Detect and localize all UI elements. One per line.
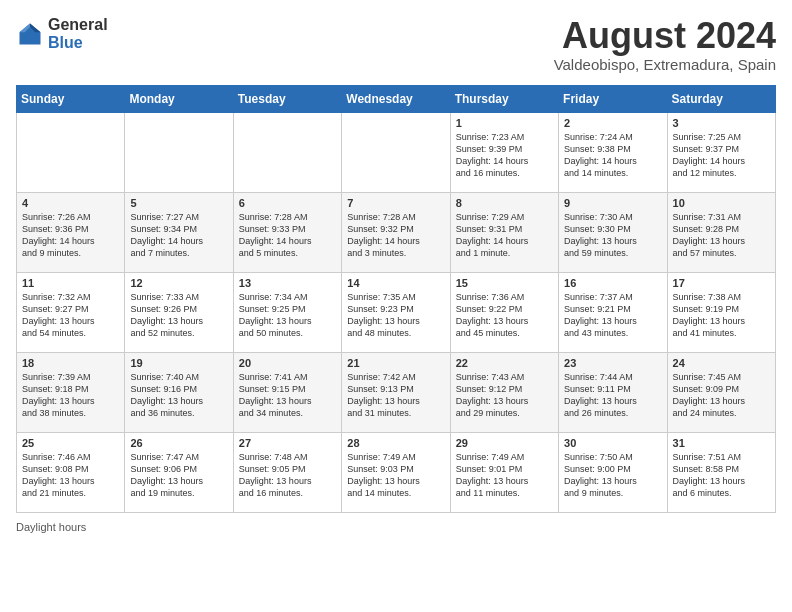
calendar-day-cell: 13Sunrise: 7:34 AM Sunset: 9:25 PM Dayli… — [233, 272, 341, 352]
day-info: Sunrise: 7:27 AM Sunset: 9:34 PM Dayligh… — [130, 211, 227, 260]
calendar-day-cell: 7Sunrise: 7:28 AM Sunset: 9:32 PM Daylig… — [342, 192, 450, 272]
calendar-day-cell: 14Sunrise: 7:35 AM Sunset: 9:23 PM Dayli… — [342, 272, 450, 352]
day-number: 28 — [347, 437, 444, 449]
day-number: 17 — [673, 277, 770, 289]
calendar-day-cell: 8Sunrise: 7:29 AM Sunset: 9:31 PM Daylig… — [450, 192, 558, 272]
calendar-day-cell: 17Sunrise: 7:38 AM Sunset: 9:19 PM Dayli… — [667, 272, 775, 352]
day-number: 3 — [673, 117, 770, 129]
day-info: Sunrise: 7:40 AM Sunset: 9:16 PM Dayligh… — [130, 371, 227, 420]
calendar-day-cell: 27Sunrise: 7:48 AM Sunset: 9:05 PM Dayli… — [233, 432, 341, 512]
day-number: 23 — [564, 357, 661, 369]
calendar-day-cell — [17, 112, 125, 192]
day-number: 19 — [130, 357, 227, 369]
page-header: General Blue August 2024 Valdeobispo, Ex… — [16, 16, 776, 73]
calendar-day-cell: 20Sunrise: 7:41 AM Sunset: 9:15 PM Dayli… — [233, 352, 341, 432]
calendar-day-header: Monday — [125, 85, 233, 112]
day-number: 14 — [347, 277, 444, 289]
calendar-week-row: 25Sunrise: 7:46 AM Sunset: 9:08 PM Dayli… — [17, 432, 776, 512]
day-info: Sunrise: 7:43 AM Sunset: 9:12 PM Dayligh… — [456, 371, 553, 420]
day-number: 2 — [564, 117, 661, 129]
day-info: Sunrise: 7:49 AM Sunset: 9:01 PM Dayligh… — [456, 451, 553, 500]
calendar-day-cell: 24Sunrise: 7:45 AM Sunset: 9:09 PM Dayli… — [667, 352, 775, 432]
day-number: 20 — [239, 357, 336, 369]
day-info: Sunrise: 7:51 AM Sunset: 8:58 PM Dayligh… — [673, 451, 770, 500]
day-number: 9 — [564, 197, 661, 209]
day-number: 13 — [239, 277, 336, 289]
day-info: Sunrise: 7:31 AM Sunset: 9:28 PM Dayligh… — [673, 211, 770, 260]
day-number: 1 — [456, 117, 553, 129]
daylight-label: Daylight hours — [16, 521, 86, 533]
calendar-day-cell: 11Sunrise: 7:32 AM Sunset: 9:27 PM Dayli… — [17, 272, 125, 352]
day-info: Sunrise: 7:50 AM Sunset: 9:00 PM Dayligh… — [564, 451, 661, 500]
day-info: Sunrise: 7:24 AM Sunset: 9:38 PM Dayligh… — [564, 131, 661, 180]
calendar-day-header: Friday — [559, 85, 667, 112]
day-info: Sunrise: 7:23 AM Sunset: 9:39 PM Dayligh… — [456, 131, 553, 180]
day-info: Sunrise: 7:38 AM Sunset: 9:19 PM Dayligh… — [673, 291, 770, 340]
day-info: Sunrise: 7:36 AM Sunset: 9:22 PM Dayligh… — [456, 291, 553, 340]
calendar-week-row: 18Sunrise: 7:39 AM Sunset: 9:18 PM Dayli… — [17, 352, 776, 432]
day-number: 7 — [347, 197, 444, 209]
day-number: 21 — [347, 357, 444, 369]
day-info: Sunrise: 7:30 AM Sunset: 9:30 PM Dayligh… — [564, 211, 661, 260]
calendar-week-row: 1Sunrise: 7:23 AM Sunset: 9:39 PM Daylig… — [17, 112, 776, 192]
calendar-day-cell: 26Sunrise: 7:47 AM Sunset: 9:06 PM Dayli… — [125, 432, 233, 512]
calendar-day-cell: 12Sunrise: 7:33 AM Sunset: 9:26 PM Dayli… — [125, 272, 233, 352]
day-info: Sunrise: 7:32 AM Sunset: 9:27 PM Dayligh… — [22, 291, 119, 340]
calendar-day-cell: 16Sunrise: 7:37 AM Sunset: 9:21 PM Dayli… — [559, 272, 667, 352]
day-info: Sunrise: 7:34 AM Sunset: 9:25 PM Dayligh… — [239, 291, 336, 340]
calendar-day-cell: 31Sunrise: 7:51 AM Sunset: 8:58 PM Dayli… — [667, 432, 775, 512]
logo-icon — [16, 20, 44, 48]
calendar-day-cell: 18Sunrise: 7:39 AM Sunset: 9:18 PM Dayli… — [17, 352, 125, 432]
day-info: Sunrise: 7:28 AM Sunset: 9:33 PM Dayligh… — [239, 211, 336, 260]
calendar-day-header: Wednesday — [342, 85, 450, 112]
day-info: Sunrise: 7:42 AM Sunset: 9:13 PM Dayligh… — [347, 371, 444, 420]
day-number: 31 — [673, 437, 770, 449]
day-info: Sunrise: 7:45 AM Sunset: 9:09 PM Dayligh… — [673, 371, 770, 420]
day-info: Sunrise: 7:41 AM Sunset: 9:15 PM Dayligh… — [239, 371, 336, 420]
calendar-day-cell: 5Sunrise: 7:27 AM Sunset: 9:34 PM Daylig… — [125, 192, 233, 272]
logo-general-text: General — [48, 16, 108, 34]
day-info: Sunrise: 7:44 AM Sunset: 9:11 PM Dayligh… — [564, 371, 661, 420]
calendar-day-cell: 9Sunrise: 7:30 AM Sunset: 9:30 PM Daylig… — [559, 192, 667, 272]
calendar-day-cell: 10Sunrise: 7:31 AM Sunset: 9:28 PM Dayli… — [667, 192, 775, 272]
day-number: 5 — [130, 197, 227, 209]
location-subtitle: Valdeobispo, Extremadura, Spain — [554, 56, 776, 73]
day-info: Sunrise: 7:35 AM Sunset: 9:23 PM Dayligh… — [347, 291, 444, 340]
day-info: Sunrise: 7:25 AM Sunset: 9:37 PM Dayligh… — [673, 131, 770, 180]
day-info: Sunrise: 7:37 AM Sunset: 9:21 PM Dayligh… — [564, 291, 661, 340]
day-info: Sunrise: 7:29 AM Sunset: 9:31 PM Dayligh… — [456, 211, 553, 260]
day-info: Sunrise: 7:49 AM Sunset: 9:03 PM Dayligh… — [347, 451, 444, 500]
month-year-title: August 2024 — [554, 16, 776, 56]
day-number: 22 — [456, 357, 553, 369]
day-number: 26 — [130, 437, 227, 449]
day-number: 27 — [239, 437, 336, 449]
logo-blue-text: Blue — [48, 34, 108, 52]
calendar-day-cell: 15Sunrise: 7:36 AM Sunset: 9:22 PM Dayli… — [450, 272, 558, 352]
day-number: 24 — [673, 357, 770, 369]
title-block: August 2024 Valdeobispo, Extremadura, Sp… — [554, 16, 776, 73]
calendar-footer: Daylight hours — [16, 521, 776, 533]
calendar-day-cell: 30Sunrise: 7:50 AM Sunset: 9:00 PM Dayli… — [559, 432, 667, 512]
calendar-day-cell: 3Sunrise: 7:25 AM Sunset: 9:37 PM Daylig… — [667, 112, 775, 192]
calendar-day-cell: 1Sunrise: 7:23 AM Sunset: 9:39 PM Daylig… — [450, 112, 558, 192]
day-number: 18 — [22, 357, 119, 369]
day-info: Sunrise: 7:47 AM Sunset: 9:06 PM Dayligh… — [130, 451, 227, 500]
calendar-day-cell: 6Sunrise: 7:28 AM Sunset: 9:33 PM Daylig… — [233, 192, 341, 272]
day-number: 29 — [456, 437, 553, 449]
calendar-day-cell — [233, 112, 341, 192]
calendar-table: SundayMondayTuesdayWednesdayThursdayFrid… — [16, 85, 776, 513]
day-number: 11 — [22, 277, 119, 289]
calendar-day-header: Sunday — [17, 85, 125, 112]
calendar-day-cell — [125, 112, 233, 192]
calendar-week-row: 4Sunrise: 7:26 AM Sunset: 9:36 PM Daylig… — [17, 192, 776, 272]
calendar-day-cell: 23Sunrise: 7:44 AM Sunset: 9:11 PM Dayli… — [559, 352, 667, 432]
calendar-day-header: Thursday — [450, 85, 558, 112]
day-info: Sunrise: 7:28 AM Sunset: 9:32 PM Dayligh… — [347, 211, 444, 260]
calendar-day-cell: 2Sunrise: 7:24 AM Sunset: 9:38 PM Daylig… — [559, 112, 667, 192]
calendar-day-cell: 19Sunrise: 7:40 AM Sunset: 9:16 PM Dayli… — [125, 352, 233, 432]
day-number: 10 — [673, 197, 770, 209]
calendar-week-row: 11Sunrise: 7:32 AM Sunset: 9:27 PM Dayli… — [17, 272, 776, 352]
calendar-day-cell: 28Sunrise: 7:49 AM Sunset: 9:03 PM Dayli… — [342, 432, 450, 512]
day-number: 30 — [564, 437, 661, 449]
calendar-day-header: Saturday — [667, 85, 775, 112]
